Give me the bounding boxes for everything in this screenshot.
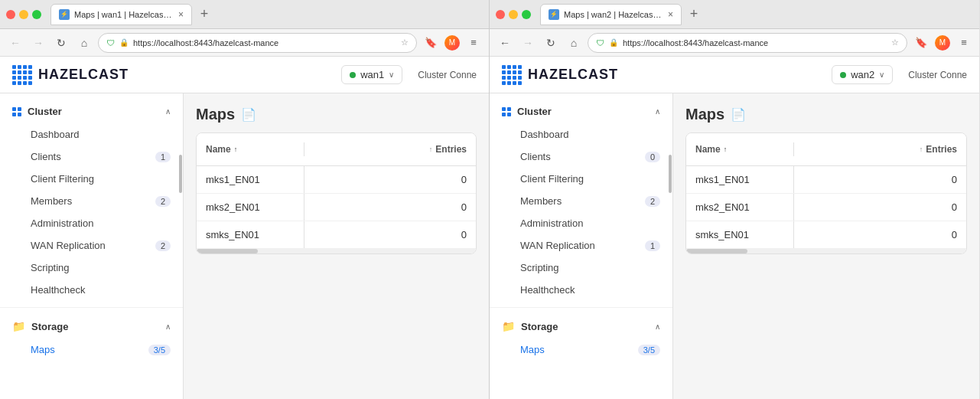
column-entries-header[interactable]: ↑ Entries bbox=[304, 139, 476, 159]
cell-entries-value: 0 bbox=[794, 194, 966, 221]
storage-section-header[interactable]: 📁Storage∧ bbox=[0, 314, 183, 338]
sidebar-item-badge: 3/5 bbox=[638, 345, 660, 355]
sidebar-item-badge: 3/5 bbox=[148, 345, 171, 355]
app-content: HAZELCASTwan2∨Cluster ConneCluster∧Dashb… bbox=[490, 57, 979, 399]
sidebar-item-badge: 2 bbox=[155, 240, 171, 251]
cell-entries-value: 0 bbox=[794, 221, 966, 248]
sidebar-item-members[interactable]: Members2 bbox=[0, 190, 183, 212]
documentation-icon[interactable]: 📄 bbox=[731, 107, 746, 122]
scrollbar-thumb[interactable] bbox=[197, 249, 258, 253]
cluster-dropdown[interactable]: wan2∨ bbox=[832, 65, 893, 84]
nav-bar: ←→↻⌂🛡🔒https://localhost:8443/hazelcast-m… bbox=[0, 29, 489, 57]
table-horizontal-scrollbar[interactable] bbox=[686, 249, 966, 253]
table-row[interactable]: mks1_EN010 bbox=[686, 166, 966, 194]
tab-bar: ⚡Maps | wan1 | Hazelcast Manage×+ bbox=[50, 4, 483, 25]
column-entries-label: Entries bbox=[926, 144, 957, 155]
table-row[interactable]: smks_EN010 bbox=[197, 221, 476, 249]
cluster-section-chevron-icon: ∧ bbox=[165, 107, 171, 116]
back-button[interactable]: ← bbox=[496, 34, 514, 52]
storage-section-header[interactable]: 📁Storage∧ bbox=[490, 314, 672, 338]
green-traffic-light[interactable] bbox=[522, 10, 531, 19]
cell-entries-value: 0 bbox=[304, 194, 476, 221]
column-name-header[interactable]: Name ↑ bbox=[197, 139, 304, 159]
sidebar-item-dashboard[interactable]: Dashboard bbox=[0, 123, 183, 146]
red-traffic-light[interactable] bbox=[6, 10, 15, 19]
address-bar[interactable]: 🛡🔒https://localhost:8443/hazelcast-mance… bbox=[98, 33, 417, 53]
cell-entries-value: 0 bbox=[794, 166, 966, 193]
sidebar-item-client-filtering[interactable]: Client Filtering bbox=[0, 168, 183, 190]
sidebar-item-administration[interactable]: Administration bbox=[490, 212, 672, 234]
sidebar-item-wan-replication[interactable]: WAN Replication1 bbox=[490, 234, 672, 257]
back-button[interactable]: ← bbox=[6, 34, 24, 52]
sidebar-item-wan-replication[interactable]: WAN Replication2 bbox=[0, 234, 183, 257]
yellow-traffic-light[interactable] bbox=[19, 10, 28, 19]
sidebar-item-badge: 2 bbox=[155, 196, 171, 207]
main-layout: Cluster∧DashboardClients1Client Filterin… bbox=[0, 93, 489, 399]
address-bar[interactable]: 🛡🔒https://localhost:8443/hazelcast-mance… bbox=[588, 33, 907, 53]
cluster-status-dot bbox=[840, 72, 846, 78]
sidebar-item-scripting[interactable]: Scripting bbox=[490, 257, 672, 279]
new-tab-button[interactable]: + bbox=[195, 5, 213, 24]
bookmark-star-icon[interactable]: ☆ bbox=[891, 38, 899, 47]
maps-table: Name ↑↑ Entriesmks1_EN010mks2_EN010smks_… bbox=[196, 132, 477, 254]
table-row[interactable]: mks2_EN010 bbox=[686, 194, 966, 221]
refresh-button[interactable]: ↻ bbox=[542, 34, 560, 52]
cluster-section-header[interactable]: Cluster∧ bbox=[0, 100, 183, 123]
browser-window-wan1: ⚡Maps | wan1 | Hazelcast Manage×+←→↻⌂🛡🔒h… bbox=[0, 0, 490, 399]
new-tab-button[interactable]: + bbox=[685, 5, 703, 24]
cluster-section-icon bbox=[12, 107, 21, 116]
sidebar-item-administration[interactable]: Administration bbox=[0, 212, 183, 234]
panel-title-row: Maps📄 bbox=[685, 106, 967, 123]
forward-button[interactable]: → bbox=[519, 34, 537, 52]
sidebar-item-client-filtering[interactable]: Client Filtering bbox=[490, 168, 672, 190]
red-traffic-light[interactable] bbox=[496, 10, 505, 19]
tab-close-button[interactable]: × bbox=[668, 10, 673, 19]
active-tab[interactable]: ⚡Maps | wan1 | Hazelcast Manage× bbox=[50, 4, 192, 25]
home-button[interactable]: ⌂ bbox=[75, 34, 93, 52]
sidebar-item-badge: 0 bbox=[645, 152, 660, 162]
forward-button[interactable]: → bbox=[29, 34, 47, 52]
table-horizontal-scrollbar[interactable] bbox=[197, 249, 476, 253]
cell-map-name: mks1_EN01 bbox=[686, 166, 793, 193]
hazelcast-logo: HAZELCAST bbox=[12, 65, 129, 85]
table-header: Name ↑↑ Entries bbox=[197, 133, 476, 166]
column-entries-header[interactable]: ↑ Entries bbox=[794, 139, 966, 159]
hz-grid-icon bbox=[12, 65, 32, 85]
sidebar-item-label: Healthcheck bbox=[520, 284, 575, 296]
home-button[interactable]: ⌂ bbox=[565, 34, 583, 52]
bookmark-button[interactable]: 🔖 bbox=[422, 34, 440, 52]
table-row[interactable]: mks1_EN010 bbox=[197, 166, 476, 194]
browser-menu-button[interactable]: ≡ bbox=[955, 34, 973, 52]
sidebar-item-maps[interactable]: Maps3/5 bbox=[0, 338, 183, 361]
tab-close-button[interactable]: × bbox=[178, 10, 184, 19]
bookmark-star-icon[interactable]: ☆ bbox=[401, 38, 409, 47]
sidebar-item-healthcheck[interactable]: Healthcheck bbox=[490, 279, 672, 301]
sidebar-item-label: Administration bbox=[520, 217, 583, 229]
sidebar-item-clients[interactable]: Clients1 bbox=[0, 146, 183, 168]
sidebar-item-members[interactable]: Members2 bbox=[490, 190, 672, 212]
bookmark-button[interactable]: 🔖 bbox=[912, 34, 930, 52]
refresh-button[interactable]: ↻ bbox=[52, 34, 70, 52]
active-tab[interactable]: ⚡Maps | wan2 | Hazelcast Manage× bbox=[540, 4, 682, 25]
sidebar-scrollbar[interactable] bbox=[669, 155, 672, 193]
green-traffic-light[interactable] bbox=[32, 10, 41, 19]
sidebar-item-scripting[interactable]: Scripting bbox=[0, 257, 183, 279]
cluster-section-header[interactable]: Cluster∧ bbox=[490, 100, 672, 123]
sidebar-item-clients[interactable]: Clients0 bbox=[490, 146, 672, 168]
browser-menu-button[interactable]: ≡ bbox=[464, 34, 483, 52]
cluster-section-label: Cluster bbox=[28, 106, 62, 117]
main-layout: Cluster∧DashboardClients0Client Filterin… bbox=[490, 93, 979, 399]
table-row[interactable]: smks_EN010 bbox=[686, 221, 966, 249]
cluster-dropdown-chevron-icon: ∨ bbox=[879, 70, 884, 79]
table-row[interactable]: mks2_EN010 bbox=[197, 194, 476, 221]
sidebar-item-maps[interactable]: Maps3/5 bbox=[490, 338, 672, 361]
panel-title-row: Maps📄 bbox=[196, 106, 477, 123]
column-name-header[interactable]: Name ↑ bbox=[686, 139, 793, 159]
sidebar-item-healthcheck[interactable]: Healthcheck bbox=[0, 279, 183, 301]
documentation-icon[interactable]: 📄 bbox=[241, 107, 256, 122]
sidebar-item-dashboard[interactable]: Dashboard bbox=[490, 123, 672, 146]
cluster-dropdown[interactable]: wan1∨ bbox=[341, 65, 402, 84]
yellow-traffic-light[interactable] bbox=[509, 10, 518, 19]
scrollbar-thumb[interactable] bbox=[686, 249, 747, 253]
sidebar-scrollbar[interactable] bbox=[179, 155, 182, 193]
